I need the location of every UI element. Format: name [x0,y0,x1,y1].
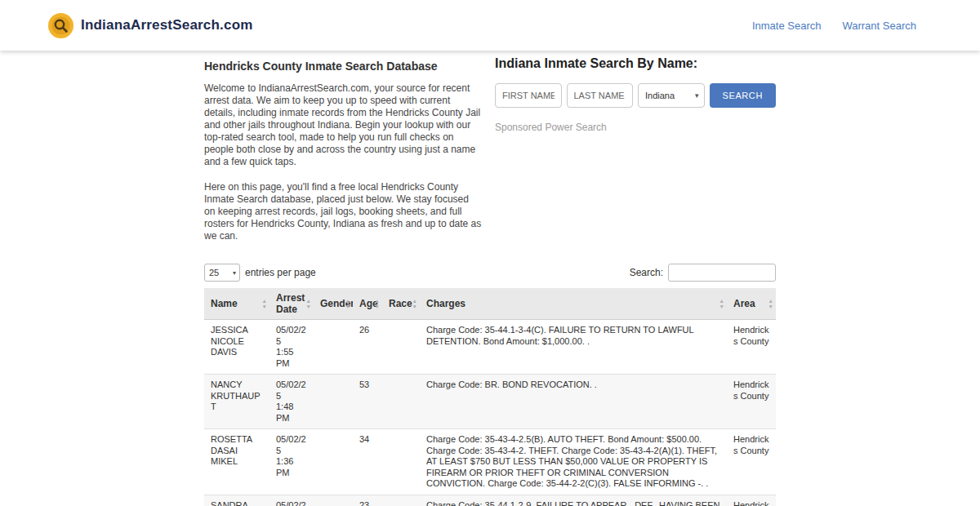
sort-icon: ▲▼ [306,298,311,309]
area-cell: Hendricks County [727,429,776,495]
charges-cell: Charge Code: 35-43-4-2.5(B). AUTO THEFT.… [420,429,727,495]
column-header-gender[interactable]: Gender ▲▼ [314,288,353,320]
name-cell: ROSETTA DASAI MIKEL [204,429,270,495]
main-content: Hendricks County Inmate Search Database … [204,51,776,506]
column-header-name[interactable]: Name ▲▼ [204,288,270,320]
age-cell: 53 [353,375,382,429]
sort-icon: ▲▼ [262,298,267,309]
last-name-input[interactable] [567,83,634,108]
search-panel-title: Indiana Inmate Search By Name: [495,56,776,71]
charges-cell: Charge Code: BR. BOND REVOCATION. . [420,375,727,429]
column-header-arrest-date[interactable]: Arrest Date ▲▼ [270,288,314,320]
table-row: NANCY KRUTHAUPT 05/02/251:48 PM 53 Charg… [204,375,776,429]
race-cell [382,320,420,375]
entries-label: entries per page [245,267,316,278]
intro-paragraph-1: Welcome to IndianaArrestSearch.com, your… [204,82,482,168]
arrest-date-cell: 05/02/251:55 PM [270,320,314,375]
logo-text: IndianaArrestSearch.com [81,17,253,33]
name-cell: SANDRA JULISA REYES-PINTO [204,495,270,506]
nav-warrant-search[interactable]: Warrant Search [842,20,916,32]
column-header-age[interactable]: Age ▲▼ [353,288,382,320]
inmates-table: Name ▲▼ Arrest Date ▲▼ Gender ▲▼ Age ▲▼ … [204,288,776,506]
first-name-input[interactable] [495,83,562,108]
age-cell: 26 [353,320,382,375]
sort-icon: ▲▼ [412,298,417,309]
race-cell [382,375,420,429]
name-cell: NANCY KRUTHAUPT [204,375,270,429]
state-select[interactable]: Indiana [638,83,705,108]
race-cell [382,495,420,506]
table-row: SANDRA JULISA REYES-PINTO 05/02/251:00 P… [204,495,776,506]
gender-cell [314,320,353,375]
intro-paragraph-2: Here on this page, you'll find a free lo… [204,181,482,242]
entries-per-page: 25 ▾ entries per page [204,264,316,282]
name-search-panel: Indiana Inmate Search By Name: Indiana ▾… [495,55,776,242]
table-header-row: Name ▲▼ Arrest Date ▲▼ Gender ▲▼ Age ▲▼ … [204,288,776,320]
charges-cell: Charge Code: 35-44.1-2-9. FAILURE TO APP… [420,495,727,506]
gender-cell [314,429,353,495]
sponsored-text: Sponsored Power Search [495,122,776,133]
arrest-date-cell: 05/02/251:48 PM [270,375,314,429]
table-search-label: Search: [630,267,663,278]
area-cell: Hendricks County [727,320,776,375]
area-cell: Hendricks County [727,375,776,429]
table-search-input[interactable] [668,264,776,282]
name-cell: JESSICA NICOLE DAVIS [204,320,270,375]
intro-section: Hendricks County Inmate Search Database … [204,55,482,242]
gender-cell [314,495,353,506]
gender-cell [314,375,353,429]
race-cell [382,429,420,495]
search-button[interactable]: SEARCH [710,83,777,108]
nav-inmate-search[interactable]: Inmate Search [752,20,822,32]
entries-select[interactable]: 25 [204,264,240,282]
sort-icon: ▲▼ [345,298,350,309]
column-header-race[interactable]: Race ▲▼ [382,288,420,320]
arrest-date-cell: 05/02/251:00 PM [270,495,314,506]
table-row: JESSICA NICOLE DAVIS 05/02/251:55 PM 26 … [204,320,776,375]
age-cell: 34 [353,429,382,495]
table-row: ROSETTA DASAI MIKEL 05/02/251:36 PM 34 C… [204,429,776,495]
site-header: IndianaArrestSearch.com Inmate Search Wa… [0,0,980,51]
area-cell: Hendricks County [727,495,776,506]
sort-icon: ▲▼ [375,298,380,309]
column-header-charges[interactable]: Charges ▲▼ [420,288,727,320]
table-search: Search: [630,264,776,282]
top-nav: Inmate Search Warrant Search [752,20,916,32]
name-search-form: Indiana ▾ SEARCH [495,83,776,108]
arrest-date-cell: 05/02/251:36 PM [270,429,314,495]
page-title: Hendricks County Inmate Search Database [204,60,482,73]
age-cell: 23 [353,495,382,506]
sort-icon: ▲▼ [768,298,773,309]
sort-icon: ▲▼ [719,298,724,309]
logo[interactable]: IndianaArrestSearch.com [47,12,253,39]
charges-cell: Charge Code: 35-44.1-3-4(C). FAILURE TO … [420,320,727,375]
table-controls: 25 ▾ entries per page Search: [204,264,776,282]
column-header-area[interactable]: Area ▲▼ [727,288,776,320]
logo-icon [47,12,74,39]
